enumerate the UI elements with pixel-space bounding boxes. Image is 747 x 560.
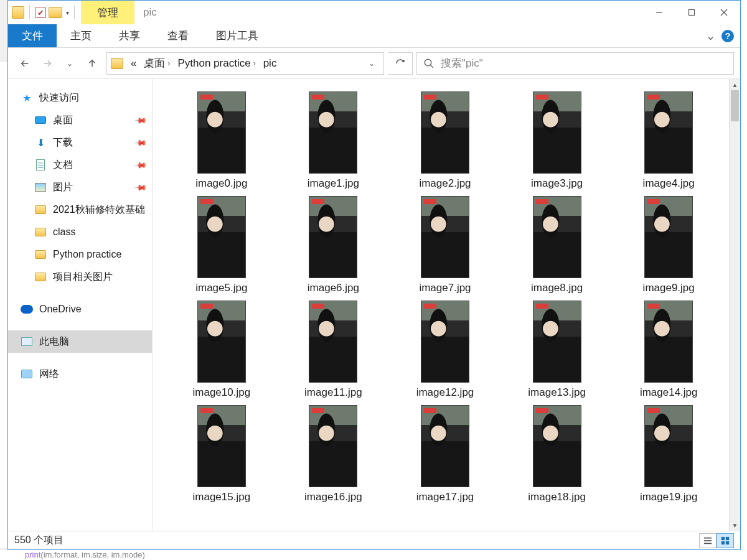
sidebar-item-folder-2[interactable]: Python practice xyxy=(8,243,152,266)
address-bar-row: ⌄ « 桌面› Python practice› pic ⌄ 搜索"pic" xyxy=(8,48,740,79)
file-label: image14.jpg xyxy=(640,386,698,399)
breadcrumb-dropdown-icon[interactable]: ⌄ xyxy=(364,59,380,68)
sidebar-item-label: 此电脑 xyxy=(39,335,69,348)
sidebar-item-label: 2021秋辅修特效基础 xyxy=(53,203,145,217)
sidebar-item-label: OneDrive xyxy=(39,304,82,315)
file-item[interactable]: image9.jpg xyxy=(618,196,719,294)
app-folder-icon[interactable] xyxy=(12,6,24,19)
sidebar-quick-access[interactable]: ★ 快速访问 xyxy=(8,86,152,109)
file-thumbnail xyxy=(197,301,246,383)
file-thumbnail xyxy=(421,91,469,174)
pin-icon: 📌 xyxy=(134,113,148,127)
breadcrumb[interactable]: « 桌面› Python practice› pic ⌄ xyxy=(106,52,384,75)
scroll-up-icon[interactable]: ▲ xyxy=(730,79,740,90)
file-item[interactable]: image0.jpg xyxy=(171,91,272,190)
scroll-thumb[interactable] xyxy=(731,90,739,121)
sidebar-item-documents[interactable]: 文档 📌 xyxy=(8,154,152,176)
sidebar-item-label: 图片 xyxy=(53,181,73,194)
file-item[interactable]: image12.jpg xyxy=(395,301,496,399)
sidebar-item-downloads[interactable]: ⬇ 下载 📌 xyxy=(8,131,152,154)
sidebar-item-label: class xyxy=(53,226,75,238)
file-item[interactable]: image11.jpg xyxy=(283,301,384,399)
file-item[interactable]: image18.jpg xyxy=(507,405,608,503)
qat-properties-icon[interactable]: ✔ xyxy=(35,7,46,18)
file-label: image6.jpg xyxy=(308,282,359,294)
breadcrumb-folder-icon xyxy=(111,58,123,69)
sidebar: ★ 快速访问 桌面 📌 ⬇ 下载 📌 文档 📌 图片 📌 xyxy=(8,79,153,531)
file-item[interactable]: image16.jpg xyxy=(283,405,384,503)
file-item[interactable]: image7.jpg xyxy=(395,196,496,294)
file-grid: image0.jpgimage1.jpgimage2.jpgimage3.jpg… xyxy=(153,79,729,531)
file-item[interactable]: image14.jpg xyxy=(618,301,719,399)
file-item[interactable]: image13.jpg xyxy=(507,301,608,399)
file-thumbnail xyxy=(644,405,693,487)
folder-icon xyxy=(35,273,46,281)
file-item[interactable]: image17.jpg xyxy=(395,405,496,503)
sidebar-item-pictures[interactable]: 图片 📌 xyxy=(8,176,152,198)
file-label: image18.jpg xyxy=(528,491,586,503)
file-item[interactable]: image8.jpg xyxy=(507,196,608,294)
sidebar-item-label: 文档 xyxy=(53,159,73,172)
star-icon: ★ xyxy=(21,93,33,103)
maximize-button[interactable] xyxy=(675,1,708,24)
help-icon[interactable]: ? xyxy=(721,30,734,42)
file-item[interactable]: image15.jpg xyxy=(171,405,272,503)
sidebar-item-folder-3[interactable]: 项目相关图片 xyxy=(8,266,152,288)
file-item[interactable]: image10.jpg xyxy=(171,301,272,399)
search-icon xyxy=(423,58,435,69)
file-label: image15.jpg xyxy=(192,491,250,503)
svg-rect-8 xyxy=(704,543,712,544)
svg-rect-7 xyxy=(704,540,712,541)
background-code-fragment: print(im.format, im.size, im.mode) xyxy=(0,550,747,560)
view-details-button[interactable] xyxy=(699,533,716,548)
sidebar-item-label: Python practice xyxy=(53,249,121,260)
tab-file[interactable]: 文件 xyxy=(8,24,57,47)
sidebar-item-folder-0[interactable]: 2021秋辅修特效基础 xyxy=(8,198,152,221)
breadcrumb-seg-desktop[interactable]: 桌面› xyxy=(141,55,172,72)
view-thumbnails-button[interactable] xyxy=(716,533,734,548)
qat-separator-2 xyxy=(74,6,75,19)
recent-locations-dropdown-icon[interactable]: ⌄ xyxy=(62,55,78,72)
up-button[interactable] xyxy=(84,55,100,72)
scroll-down-icon[interactable]: ▼ xyxy=(730,520,740,531)
file-item[interactable]: image4.jpg xyxy=(618,91,719,190)
titlebar: ✔ ▾ 管理 pic xyxy=(8,1,740,24)
sidebar-item-folder-1[interactable]: class xyxy=(8,221,152,243)
background-left-strip xyxy=(0,62,7,548)
tab-view[interactable]: 查看 xyxy=(154,24,202,47)
ribbon-expand-chevron-icon[interactable]: ⌄ xyxy=(706,29,715,43)
file-item[interactable]: image6.jpg xyxy=(283,196,384,294)
close-button[interactable] xyxy=(708,1,740,24)
breadcrumb-seg-python-practice[interactable]: Python practice› xyxy=(175,56,258,71)
file-item[interactable]: image19.jpg xyxy=(618,405,719,503)
qat-open-folder-icon[interactable] xyxy=(49,7,62,18)
vertical-scrollbar[interactable]: ▲ ▼ xyxy=(729,79,740,531)
file-item[interactable]: image3.jpg xyxy=(507,91,608,190)
tab-picture-tools[interactable]: 图片工具 xyxy=(202,24,272,47)
forward-button[interactable] xyxy=(39,55,55,72)
window-controls xyxy=(643,1,740,24)
file-label: image17.jpg xyxy=(416,491,474,503)
file-thumbnail xyxy=(644,301,693,383)
file-thumbnail xyxy=(421,405,469,487)
file-thumbnail xyxy=(309,91,357,174)
breadcrumb-overflow[interactable]: « xyxy=(128,56,139,71)
file-item[interactable]: image5.jpg xyxy=(171,196,272,294)
back-button[interactable] xyxy=(17,55,33,72)
file-item[interactable]: image2.jpg xyxy=(395,91,496,190)
search-input[interactable]: 搜索"pic" xyxy=(416,52,734,75)
minimize-button[interactable] xyxy=(643,1,675,24)
file-item[interactable]: image1.jpg xyxy=(283,91,384,190)
sidebar-this-pc[interactable]: 此电脑 xyxy=(8,330,152,353)
sidebar-item-label: 项目相关图片 xyxy=(53,271,113,284)
qat-dropdown-icon[interactable]: ▾ xyxy=(66,9,69,16)
tab-share[interactable]: 共享 xyxy=(105,24,154,47)
search-placeholder: 搜索"pic" xyxy=(441,56,483,70)
refresh-button[interactable] xyxy=(388,52,413,75)
sidebar-item-desktop[interactable]: 桌面 📌 xyxy=(8,109,152,131)
file-thumbnail xyxy=(421,196,469,278)
breadcrumb-seg-pic[interactable]: pic xyxy=(261,56,280,71)
tab-home[interactable]: 主页 xyxy=(57,24,105,47)
sidebar-network[interactable]: 网络 xyxy=(8,363,152,385)
sidebar-onedrive[interactable]: OneDrive xyxy=(8,298,152,320)
